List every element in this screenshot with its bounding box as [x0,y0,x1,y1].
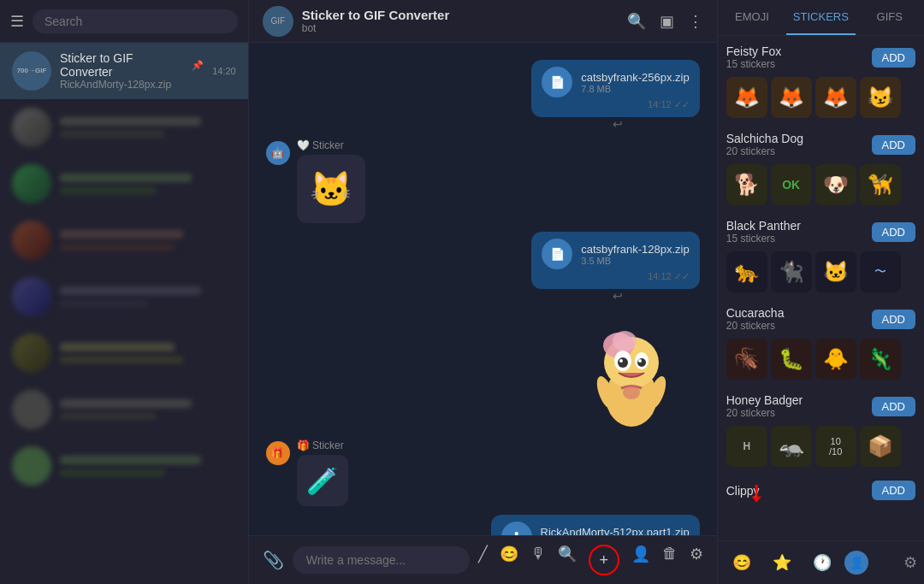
svg-point-9 [638,359,642,363]
bottom-tab-recent[interactable]: 🕐 [804,548,839,577]
sticker-set-header: Salchicha Dog 20 stickers ADD [726,132,915,157]
sticker-panel: EMOJI STICKERS GIFS Feisty Fox 15 sticke… [717,0,924,584]
slash-command-icon[interactable]: ╱ [478,545,488,575]
list-item[interactable] [0,325,248,381]
sticker-previews: 🐆 🐈‍⬛ 🐱 〜 [726,251,915,292]
columns-icon[interactable]: ▣ [660,12,674,31]
sticker-set-header: Cucaracha 20 stickers ADD [726,306,915,332]
settings-icon[interactable]: ⚙ [690,545,703,575]
avatar [12,277,51,316]
chat-info [60,230,236,251]
emoji-icon[interactable]: 😊 [500,545,518,575]
sticker-preview-item[interactable]: 〜 [860,251,901,292]
set-name: Cucaracha [726,306,785,320]
sticker-preview-item[interactable]: 🦮 [860,164,901,205]
forward-icon[interactable]: ↩ [613,289,623,303]
sticker-preview-item[interactable]: OK [771,164,812,205]
sticker-preview-item[interactable]: 🐕 [726,164,767,205]
add-clippy-button[interactable]: ADD [872,481,915,500]
microphone-icon[interactable]: 🎙 [530,545,546,575]
sticker-preview-item[interactable]: 🐱 [815,251,856,292]
chat-header-info: Sticker to GIF Converter bot [302,8,619,34]
add-cucaracha-button[interactable]: ADD [872,310,915,329]
tab-emoji[interactable]: EMOJI [718,0,786,35]
search-input[interactable] [33,9,238,33]
hamburger-menu-icon[interactable]: ☰ [10,12,24,31]
bottom-tab-emoji[interactable]: 😊 [725,548,760,577]
set-count: 20 stickers [726,145,803,157]
list-item[interactable] [0,212,248,268]
attachment-icon[interactable]: 📎 [263,550,284,570]
add-honey-badger-button[interactable]: ADD [872,397,915,416]
sticker-preview-item[interactable]: 🐶 [815,164,856,205]
set-name: Feisty Fox [726,44,782,58]
chat-info [60,286,236,307]
sticker-preview-item[interactable]: 🦊 [726,77,767,118]
search-icon[interactable]: 🔍 [627,12,646,31]
message-row: 📄 catsbyfrank-128px.zip 3.5 MB 14:12 ✓✓ … [266,232,700,303]
sticker-set-info: Clippy [726,484,760,498]
avatar [12,221,51,260]
msg-bubble: 🤍 Sticker 🐱 [297,139,365,223]
sticker-preview-item[interactable]: 📦 [860,426,901,467]
sticker-preview-item[interactable]: 🦡 [771,426,812,467]
sticker-preview-item[interactable]: 😼 [860,77,901,118]
sticker-preview-item[interactable]: 🐥 [815,339,856,380]
add-black-panther-button[interactable]: ADD [872,222,915,242]
sticker-set-info: Feisty Fox 15 stickers [726,44,782,70]
sticker-preview-item[interactable]: 🐛 [771,339,812,380]
avatar [12,108,51,147]
sticker-image-container [572,311,691,431]
tab-stickers[interactable]: STICKERS [786,0,855,35]
chat-header-avatar: GIF [263,6,293,37]
sticker-set-header: Clippy ADD [726,481,915,500]
filename: RickAndMorty-512px.part1.zip [541,526,690,536]
sticker-set-info: Honey Badger 20 stickers [726,393,803,419]
sticker-search-icon[interactable]: 🔍 [558,545,577,575]
filename: catsbyfrank-256px.zip [581,71,689,84]
gear-icon[interactable]: ⚙ [903,553,917,572]
sticker-preview-item[interactable]: 🪳 [726,339,767,380]
sticker-previews: 🪳 🐛 🐥 🦎 [726,339,915,380]
sticker-previews: 🦊 🦊 🦊 😼 [726,77,915,118]
sticker-preview-item[interactable]: 🐈‍⬛ [771,251,812,292]
sticker-label: 🎁 Sticker [297,439,348,451]
list-item[interactable] [0,381,248,438]
add-salchicha-dog-button[interactable]: ADD [872,135,915,155]
bottom-tab-star[interactable]: ⭐ [765,548,800,577]
avatar [12,446,51,486]
list-item[interactable] [0,156,248,212]
chat-info [60,456,236,476]
bottom-avatar[interactable]: 👤 [844,551,868,575]
sticker-preview-item[interactable]: 🐆 [726,251,767,292]
add-sticker-button[interactable]: + [589,545,619,575]
sticker-preview-item[interactable]: 🦎 [860,339,901,380]
file-message: 📄 catsbyfrank-256px.zip 7.8 MB [542,67,689,97]
list-item[interactable] [0,99,248,156]
user-profile-icon[interactable]: 👤 [631,545,650,575]
set-count: 15 stickers [726,58,782,70]
trash-icon[interactable]: 🗑 [662,545,678,575]
tab-gifs[interactable]: GIFS [856,0,924,35]
sticker-preview-item[interactable]: H [726,426,767,467]
forward-icon[interactable]: ↩ [613,117,623,131]
file-message: 📄 catsbyfrank-128px.zip 3.5 MB [542,239,689,269]
msg-time: 14:12 ✓✓ [542,271,689,282]
msg-bubble: 📄 catsbyfrank-256px.zip 7.8 MB 14:12 ✓✓ … [531,60,699,131]
sticker-set-feisty-fox: Feisty Fox 15 stickers ADD 🦊 🦊 🦊 😼 [726,44,915,118]
sticker-preview-item[interactable]: 🦊 [815,77,856,118]
add-feisty-fox-button[interactable]: ADD [872,48,915,68]
sticker-preview-item[interactable]: 🦊 [771,77,812,118]
message-input[interactable] [293,546,470,574]
more-options-icon[interactable]: ⋮ [688,12,703,31]
list-item[interactable] [0,438,248,494]
set-name: Clippy [726,484,760,498]
chat-info: Sticker to GIF Converter 📌 RickAndMorty-… [60,51,204,91]
sticker-set-clippy: Clippy ADD [726,481,915,500]
chat-item-sticker-converter[interactable]: 700→GIF Sticker to GIF Converter 📌 RickA… [0,43,248,99]
list-item[interactable] [0,268,248,325]
message-row: ⬇ RickAndMorty-512px.part1.zip 45.1 MB 1… [266,515,700,535]
sticker-preview-item[interactable]: 10/10 [815,426,856,467]
chat-time: 14:20 [212,66,236,76]
sticker-set-info: Cucaracha 20 stickers [726,306,785,332]
